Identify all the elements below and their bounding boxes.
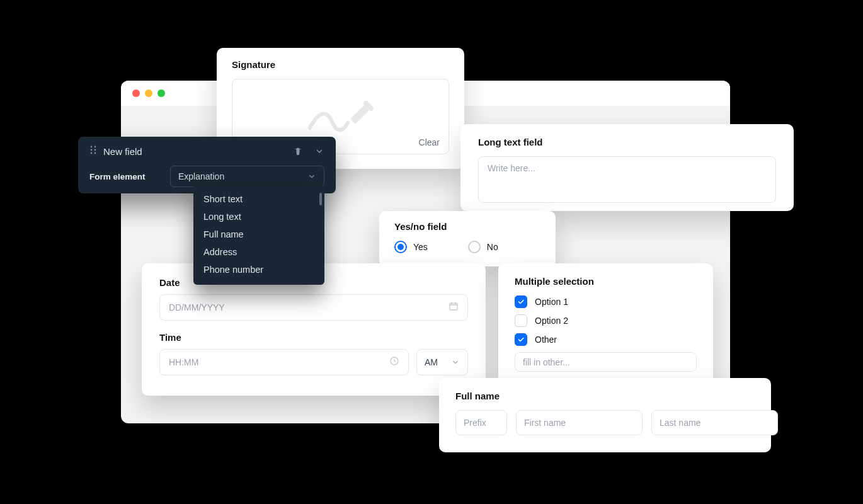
form-element-label: Form element: [89, 172, 159, 181]
multi-option-2[interactable]: Option 2: [515, 314, 697, 327]
first-name-input[interactable]: [516, 410, 643, 435]
dropdown-item[interactable]: Short text: [193, 190, 324, 208]
fullname-title: Full name: [455, 391, 755, 401]
multi-card: Multiple selection Option 1 Option 2 Oth…: [498, 263, 713, 384]
drag-handle-icon[interactable]: [89, 146, 97, 157]
ampm-select[interactable]: AM: [416, 349, 468, 375]
form-element-dropdown: Short text Long text Full name Address P…: [193, 186, 324, 285]
signature-clear-button[interactable]: Clear: [419, 137, 440, 147]
multi-option-label: Option 1: [535, 297, 568, 307]
dropdown-item[interactable]: Full name: [193, 226, 324, 243]
svg-point-2: [91, 146, 93, 148]
svg-point-6: [91, 152, 93, 154]
maximize-window-button[interactable]: [157, 89, 165, 97]
yesno-card: Yes/no field Yes No: [379, 211, 556, 266]
multi-other-input[interactable]: [515, 352, 697, 372]
svg-rect-0: [450, 303, 457, 310]
signature-title: Signature: [232, 59, 449, 70]
dropdown-item[interactable]: Long text: [193, 208, 324, 226]
last-name-input[interactable]: [651, 410, 778, 435]
multi-title: Multiple selection: [515, 276, 697, 287]
prefix-input[interactable]: [455, 410, 507, 435]
radio-icon: [468, 241, 481, 253]
signature-icon: [306, 98, 375, 135]
dropdown-scrollbar[interactable]: [319, 193, 322, 205]
checkbox-icon: [515, 295, 527, 308]
checkbox-icon: [515, 314, 527, 327]
minimize-window-button[interactable]: [145, 89, 152, 97]
new-field-panel: New field Form element Explanation: [78, 137, 336, 193]
multi-option-label: Option 2: [535, 316, 568, 326]
date-input[interactable]: [169, 302, 442, 312]
collapse-toggle[interactable]: [314, 146, 324, 156]
clock-icon: [389, 356, 399, 369]
fullname-card: Full name: [439, 378, 771, 452]
date-input-wrapper[interactable]: [159, 294, 468, 321]
chevron-down-icon: [307, 172, 316, 181]
delete-field-button[interactable]: [293, 146, 303, 156]
svg-point-7: [94, 152, 96, 154]
radio-icon: [394, 241, 407, 253]
longtext-title: Long text field: [478, 137, 776, 147]
chevron-down-icon: [314, 146, 324, 156]
dropdown-item[interactable]: Address: [193, 243, 324, 261]
time-input-wrapper[interactable]: [159, 349, 409, 375]
ampm-value: AM: [425, 357, 438, 367]
yesno-no-radio[interactable]: No: [468, 241, 498, 253]
multi-option-1[interactable]: Option 1: [515, 295, 697, 308]
panel-title: New field: [103, 146, 287, 157]
form-element-value: Explanation: [178, 171, 224, 181]
form-element-select[interactable]: Explanation: [170, 166, 324, 187]
yesno-no-label: No: [487, 242, 498, 252]
multi-option-label: Other: [535, 335, 557, 345]
chevron-down-icon: [451, 358, 460, 367]
svg-point-4: [91, 149, 93, 151]
trash-icon: [293, 146, 303, 156]
svg-point-5: [94, 149, 96, 151]
calendar-icon: [449, 301, 459, 314]
yesno-title: Yes/no field: [394, 221, 540, 232]
checkbox-icon: [515, 333, 527, 346]
longtext-card: Long text field: [460, 124, 794, 211]
time-label: Time: [159, 332, 468, 343]
yesno-yes-label: Yes: [413, 242, 428, 252]
yesno-yes-radio[interactable]: Yes: [394, 241, 428, 253]
longtext-input[interactable]: [478, 156, 776, 203]
time-input[interactable]: [169, 357, 383, 367]
close-window-button[interactable]: [132, 89, 140, 97]
multi-option-other[interactable]: Other: [515, 333, 697, 346]
dropdown-item[interactable]: Phone number: [193, 261, 324, 278]
svg-point-3: [94, 146, 96, 148]
